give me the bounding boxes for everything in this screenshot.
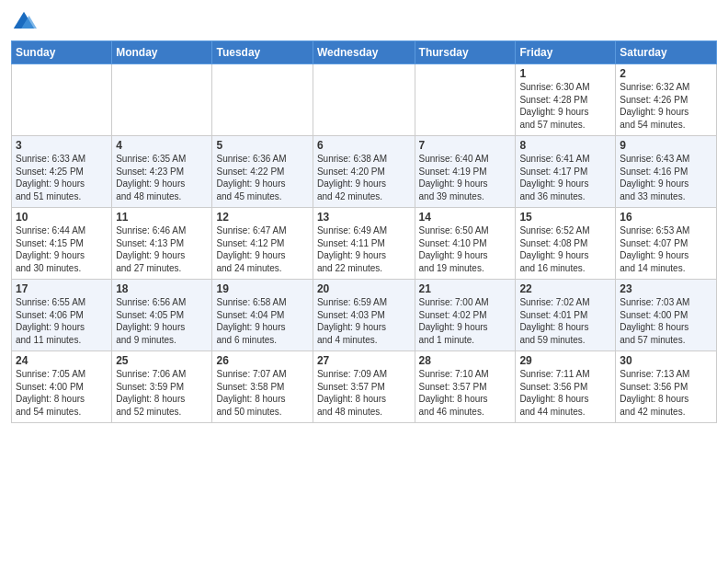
day-number: 27 <box>317 354 411 367</box>
day-info: Sunrise: 6:49 AM Sunset: 4:11 PM Dayligh… <box>317 224 411 274</box>
day-number: 24 <box>16 354 108 367</box>
calendar-cell: 3Sunrise: 6:33 AM Sunset: 4:25 PM Daylig… <box>12 136 112 208</box>
day-info: Sunrise: 7:02 AM Sunset: 4:01 PM Dayligh… <box>519 296 611 346</box>
day-number: 9 <box>620 139 712 152</box>
day-number: 13 <box>317 211 411 224</box>
day-number: 28 <box>419 354 512 367</box>
day-number: 29 <box>519 354 611 367</box>
calendar-cell: 10Sunrise: 6:44 AM Sunset: 4:15 PM Dayli… <box>12 208 112 280</box>
day-number: 26 <box>216 354 308 367</box>
calendar-cell <box>415 64 516 136</box>
day-info: Sunrise: 6:53 AM Sunset: 4:07 PM Dayligh… <box>620 224 712 274</box>
day-info: Sunrise: 6:58 AM Sunset: 4:04 PM Dayligh… <box>216 296 308 346</box>
day-number: 5 <box>216 139 308 152</box>
calendar-cell: 23Sunrise: 7:03 AM Sunset: 4:00 PM Dayli… <box>616 280 717 351</box>
logo <box>11 9 40 35</box>
day-number: 25 <box>116 354 208 367</box>
day-info: Sunrise: 6:40 AM Sunset: 4:19 PM Dayligh… <box>419 153 512 202</box>
calendar-cell: 19Sunrise: 6:58 AM Sunset: 4:04 PM Dayli… <box>212 280 313 351</box>
calendar-cell: 27Sunrise: 7:09 AM Sunset: 3:57 PM Dayli… <box>313 351 415 423</box>
calendar-cell: 9Sunrise: 6:43 AM Sunset: 4:16 PM Daylig… <box>616 136 717 208</box>
calendar-cell: 6Sunrise: 6:38 AM Sunset: 4:20 PM Daylig… <box>313 136 415 208</box>
calendar-cell: 21Sunrise: 7:00 AM Sunset: 4:02 PM Dayli… <box>415 280 516 351</box>
calendar-cell: 26Sunrise: 7:07 AM Sunset: 3:58 PM Dayli… <box>212 351 313 423</box>
day-info: Sunrise: 6:41 AM Sunset: 4:17 PM Dayligh… <box>519 153 611 202</box>
day-info: Sunrise: 7:11 AM Sunset: 3:56 PM Dayligh… <box>519 368 611 418</box>
calendar-cell: 8Sunrise: 6:41 AM Sunset: 4:17 PM Daylig… <box>516 136 616 208</box>
day-number: 23 <box>620 282 712 295</box>
day-info: Sunrise: 7:07 AM Sunset: 3:58 PM Dayligh… <box>216 368 308 418</box>
day-number: 18 <box>116 282 208 295</box>
calendar-header-friday: Friday <box>516 41 616 64</box>
day-number: 1 <box>519 67 611 80</box>
calendar-cell: 14Sunrise: 6:50 AM Sunset: 4:10 PM Dayli… <box>415 208 516 280</box>
calendar-cell: 17Sunrise: 6:55 AM Sunset: 4:06 PM Dayli… <box>12 280 112 351</box>
day-info: Sunrise: 6:46 AM Sunset: 4:13 PM Dayligh… <box>116 224 208 274</box>
calendar-week-2: 3Sunrise: 6:33 AM Sunset: 4:25 PM Daylig… <box>12 136 717 208</box>
day-info: Sunrise: 6:38 AM Sunset: 4:20 PM Dayligh… <box>317 153 411 202</box>
day-number: 17 <box>16 282 108 295</box>
calendar-cell: 20Sunrise: 6:59 AM Sunset: 4:03 PM Dayli… <box>313 280 415 351</box>
calendar-table: SundayMondayTuesdayWednesdayThursdayFrid… <box>11 40 717 423</box>
day-info: Sunrise: 7:09 AM Sunset: 3:57 PM Dayligh… <box>317 368 411 418</box>
day-number: 7 <box>419 139 512 152</box>
calendar-cell: 22Sunrise: 7:02 AM Sunset: 4:01 PM Dayli… <box>516 280 616 351</box>
calendar-cell: 1Sunrise: 6:30 AM Sunset: 4:28 PM Daylig… <box>516 64 616 136</box>
calendar-cell: 30Sunrise: 7:13 AM Sunset: 3:56 PM Dayli… <box>616 351 717 423</box>
calendar-cell: 18Sunrise: 6:56 AM Sunset: 4:05 PM Dayli… <box>112 280 212 351</box>
day-number: 21 <box>419 282 512 295</box>
calendar-header-sunday: Sunday <box>12 41 112 64</box>
calendar-cell: 4Sunrise: 6:35 AM Sunset: 4:23 PM Daylig… <box>112 136 212 208</box>
day-info: Sunrise: 6:44 AM Sunset: 4:15 PM Dayligh… <box>16 224 108 274</box>
day-info: Sunrise: 6:52 AM Sunset: 4:08 PM Dayligh… <box>519 224 611 274</box>
day-number: 22 <box>519 282 611 295</box>
calendar-cell <box>212 64 313 136</box>
day-number: 10 <box>16 211 108 224</box>
day-number: 8 <box>519 139 611 152</box>
calendar-header-row: SundayMondayTuesdayWednesdayThursdayFrid… <box>12 41 717 64</box>
day-info: Sunrise: 6:32 AM Sunset: 4:26 PM Dayligh… <box>620 81 712 131</box>
calendar-cell <box>313 64 415 136</box>
calendar-cell: 13Sunrise: 6:49 AM Sunset: 4:11 PM Dayli… <box>313 208 415 280</box>
day-info: Sunrise: 7:13 AM Sunset: 3:56 PM Dayligh… <box>620 368 712 418</box>
calendar-cell: 11Sunrise: 6:46 AM Sunset: 4:13 PM Dayli… <box>112 208 212 280</box>
calendar-cell: 15Sunrise: 6:52 AM Sunset: 4:08 PM Dayli… <box>516 208 616 280</box>
calendar-header-tuesday: Tuesday <box>212 41 313 64</box>
calendar-header-thursday: Thursday <box>415 41 516 64</box>
day-number: 14 <box>419 211 512 224</box>
day-number: 20 <box>317 282 411 295</box>
day-number: 30 <box>620 354 712 367</box>
calendar-cell <box>12 64 112 136</box>
day-number: 4 <box>116 139 208 152</box>
calendar-cell: 29Sunrise: 7:11 AM Sunset: 3:56 PM Dayli… <box>516 351 616 423</box>
day-info: Sunrise: 6:35 AM Sunset: 4:23 PM Dayligh… <box>116 153 208 202</box>
calendar-cell: 25Sunrise: 7:06 AM Sunset: 3:59 PM Dayli… <box>112 351 212 423</box>
day-info: Sunrise: 6:56 AM Sunset: 4:05 PM Dayligh… <box>116 296 208 346</box>
day-info: Sunrise: 6:30 AM Sunset: 4:28 PM Dayligh… <box>519 81 611 131</box>
day-number: 15 <box>519 211 611 224</box>
day-info: Sunrise: 6:33 AM Sunset: 4:25 PM Dayligh… <box>16 153 108 202</box>
header <box>11 9 717 35</box>
day-info: Sunrise: 7:03 AM Sunset: 4:00 PM Dayligh… <box>620 296 712 346</box>
day-number: 11 <box>116 211 208 224</box>
calendar-week-4: 17Sunrise: 6:55 AM Sunset: 4:06 PM Dayli… <box>12 280 717 351</box>
day-number: 16 <box>620 211 712 224</box>
day-info: Sunrise: 6:43 AM Sunset: 4:16 PM Dayligh… <box>620 153 712 202</box>
day-info: Sunrise: 7:00 AM Sunset: 4:02 PM Dayligh… <box>419 296 512 346</box>
page: SundayMondayTuesdayWednesdayThursdayFrid… <box>0 0 728 563</box>
calendar-week-5: 24Sunrise: 7:05 AM Sunset: 4:00 PM Dayli… <box>12 351 717 423</box>
day-info: Sunrise: 6:50 AM Sunset: 4:10 PM Dayligh… <box>419 224 512 274</box>
calendar-header-wednesday: Wednesday <box>313 41 415 64</box>
calendar-cell: 12Sunrise: 6:47 AM Sunset: 4:12 PM Dayli… <box>212 208 313 280</box>
calendar-week-1: 1Sunrise: 6:30 AM Sunset: 4:28 PM Daylig… <box>12 64 717 136</box>
logo-icon <box>11 9 37 35</box>
day-number: 3 <box>16 139 108 152</box>
calendar-cell: 24Sunrise: 7:05 AM Sunset: 4:00 PM Dayli… <box>12 351 112 423</box>
day-info: Sunrise: 6:55 AM Sunset: 4:06 PM Dayligh… <box>16 296 108 346</box>
calendar-week-3: 10Sunrise: 6:44 AM Sunset: 4:15 PM Dayli… <box>12 208 717 280</box>
day-info: Sunrise: 7:05 AM Sunset: 4:00 PM Dayligh… <box>16 368 108 418</box>
day-number: 2 <box>620 67 712 80</box>
day-info: Sunrise: 6:36 AM Sunset: 4:22 PM Dayligh… <box>216 153 308 202</box>
day-number: 6 <box>317 139 411 152</box>
day-number: 19 <box>216 282 308 295</box>
